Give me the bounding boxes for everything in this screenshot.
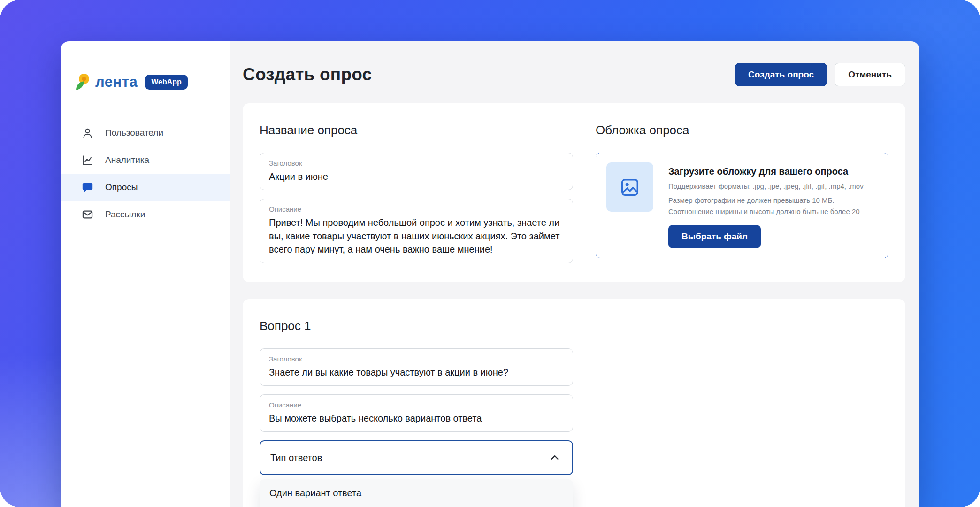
webapp-badge: WebApp xyxy=(145,75,188,90)
brand-logo: лента WebApp xyxy=(61,73,230,91)
background: лента WebApp Пользователи Аналитик xyxy=(0,0,980,507)
user-icon xyxy=(81,127,94,139)
field-label: Заголовок xyxy=(269,159,564,167)
page-title: Создать опрос xyxy=(243,65,372,84)
image-icon xyxy=(619,177,641,198)
field-value: Привет! Мы проводим небольшой опрос и хо… xyxy=(269,216,564,256)
lenta-flower-icon xyxy=(75,73,91,91)
question-description-input[interactable]: Описание Вы можете выбрать несколько вар… xyxy=(260,394,573,432)
answer-type-options-list: Один вариант ответа Несколько вариантов … xyxy=(260,479,573,507)
survey-name-section: Название опроса Заголовок Акции в июне О… xyxy=(260,123,573,263)
sidebar-item-users[interactable]: Пользователи xyxy=(61,119,230,146)
answer-type-option-single[interactable]: Один вариант ответа xyxy=(260,479,573,507)
sidebar-item-label: Опросы xyxy=(105,182,138,192)
chevron-up-icon xyxy=(549,452,561,464)
upload-title: Загрузите обложку для вашего опроса xyxy=(668,166,864,177)
sidebar-item-label: Пользователи xyxy=(105,128,163,138)
sidebar-item-label: Аналитика xyxy=(105,155,149,165)
logo-text: лента xyxy=(95,74,138,91)
survey-title-input[interactable]: Заголовок Акции в июне xyxy=(260,153,573,190)
field-value: Вы можете выбрать несколько вариантов от… xyxy=(269,412,564,425)
survey-description-input[interactable]: Описание Привет! Мы проводим небольшой о… xyxy=(260,199,573,263)
field-label: Заголовок xyxy=(269,355,564,363)
field-label: Описание xyxy=(269,401,564,409)
survey-cover-section: Обложка опроса Загрузите обложку для ваш… xyxy=(596,123,888,263)
cover-section-title: Обложка опроса xyxy=(596,123,888,138)
field-label: Описание xyxy=(269,205,564,213)
main-content: Создать опрос Создать опрос Отменить Наз… xyxy=(230,41,919,507)
answer-type-select-value: Тип ответов xyxy=(270,453,322,463)
upload-info: Загрузите обложку для вашего опроса Подд… xyxy=(668,162,864,248)
field-value: Знаете ли вы какие товары участвуют в ак… xyxy=(269,366,564,379)
sidebar-item-surveys[interactable]: Опросы xyxy=(61,174,230,201)
question-fields: Заголовок Знаете ли вы какие товары учас… xyxy=(260,348,573,507)
survey-card: Название опроса Заголовок Акции в июне О… xyxy=(243,103,905,282)
upload-ratio-note: Соотношение ширины и высоты должно быть … xyxy=(668,207,864,216)
question-card: Вопрос 1 Заголовок Знаете ли вы какие то… xyxy=(243,299,905,507)
upload-icon-square xyxy=(606,162,653,212)
header-actions: Создать опрос Отменить xyxy=(735,63,905,86)
choose-file-button[interactable]: Выбрать файл xyxy=(668,225,761,248)
sidebar: лента WebApp Пользователи Аналитик xyxy=(61,41,230,507)
question-title-input[interactable]: Заголовок Знаете ли вы какие товары учас… xyxy=(260,348,573,386)
sidebar-item-mailings[interactable]: Рассылки xyxy=(61,201,230,228)
field-value: Акции в июне xyxy=(269,170,564,183)
sidebar-item-label: Рассылки xyxy=(105,209,145,220)
sidebar-nav: Пользователи Аналитика Опросы xyxy=(61,119,230,228)
analytics-icon xyxy=(81,154,94,167)
sidebar-item-analytics[interactable]: Аналитика xyxy=(61,146,230,174)
upload-size-note: Размер фотографии не должен превышать 10… xyxy=(668,196,864,205)
cancel-button[interactable]: Отменить xyxy=(835,63,905,86)
page-header: Создать опрос Создать опрос Отменить xyxy=(243,63,905,86)
question-title: Вопрос 1 xyxy=(260,319,888,333)
survey-name-section-title: Название опроса xyxy=(260,123,573,138)
answer-type-select[interactable]: Тип ответов xyxy=(260,440,573,475)
mailings-icon xyxy=(81,208,94,221)
app-window: лента WebApp Пользователи Аналитик xyxy=(61,41,919,507)
create-survey-button[interactable]: Создать опрос xyxy=(735,63,827,86)
upload-formats-note: Поддерживает форматы: .jpg, .jpe, .jpeg,… xyxy=(668,182,864,191)
surveys-icon xyxy=(81,181,94,194)
cover-upload-dropzone[interactable]: Загрузите обложку для вашего опроса Подд… xyxy=(596,153,888,258)
